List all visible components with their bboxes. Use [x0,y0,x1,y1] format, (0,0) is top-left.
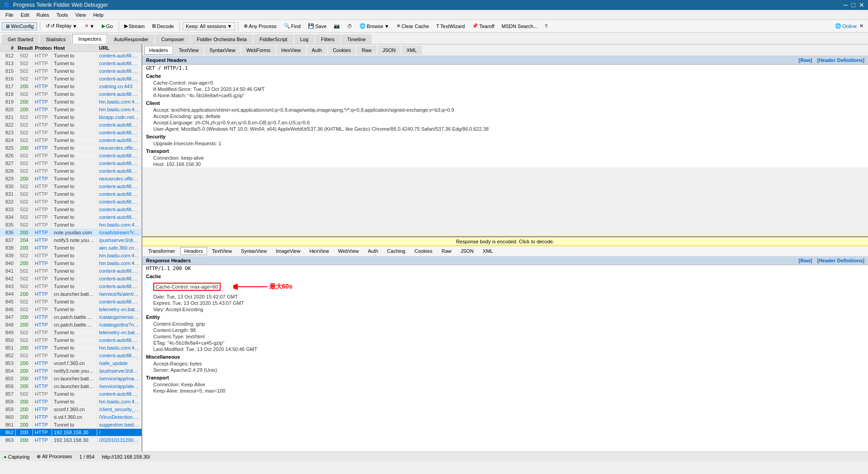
table-row[interactable]: 816 502 HTTP Tunnel to content-autofill.… [0,75,142,83]
table-row[interactable]: 849 502 HTTP Tunnel to telemetry-vn.batt… [0,329,142,337]
tab-fiddlerscript[interactable]: FiddlerScript [254,34,293,44]
menu-file[interactable]: File [2,11,17,19]
request-headerdefs-link[interactable]: [Header Definitions] [817,57,864,63]
table-row[interactable]: 840 200 HTTP Tunnel to hm.baidu.com:443 [0,260,142,267]
session-list[interactable]: 812 502 HTTP Tunnel to content-autofill.… [0,52,142,451]
table-row[interactable]: 831 502 HTTP Tunnel to content-autofill.… [0,190,142,198]
response-raw-link[interactable]: [Raw] [798,258,812,263]
tab-timeline[interactable]: Timeline [341,34,372,44]
tab-json[interactable]: JSON [377,46,401,55]
table-row[interactable]: 852 502 HTTP Tunnel to content-autofill.… [0,352,142,360]
tab-composer[interactable]: Composer [155,34,190,44]
table-row[interactable]: 827 502 HTTP Tunnel to content-autofill.… [0,160,142,167]
table-row[interactable]: 863 200 HTTP 192.163.158.30 /20201013120… [0,436,142,444]
table-row[interactable]: 836 200 HTTP note.youdao.com /crash/stre… [0,229,142,237]
response-headerdefs-link[interactable]: [Header Definitions] [817,258,864,263]
online-button[interactable]: 🌐 Online ✕ [832,22,866,30]
table-row[interactable]: 839 502 HTTP Tunnel to hm.baidu.com:443 [0,252,142,260]
resp-tab-textview[interactable]: TextView [208,247,236,255]
table-row[interactable]: 855 200 HTTP cn.launcher.battlen... /ser… [0,375,142,383]
table-row[interactable]: 812 502 HTTP Tunnel to content-autofill.… [0,52,142,60]
tab-get-started[interactable]: Get Started [2,34,39,44]
table-row[interactable]: 851 200 HTTP Tunnel to hm.baidu.com:443 [0,344,142,352]
resp-tab-json[interactable]: JSON [456,247,477,255]
tab-headers[interactable]: Headers [144,46,173,55]
tab-filters[interactable]: Filters [315,34,340,44]
tab-xml[interactable]: XML [401,46,422,55]
table-row[interactable]: 842 502 HTTP Tunnel to content-autofill.… [0,275,142,283]
text-wizard-button[interactable]: T TextWizard [434,23,467,30]
table-row[interactable]: 859 200 HTTP sconf.f.360.cn /client_secu… [0,406,142,413]
table-row[interactable]: 821 502 HTTP Tunnel to bizapp.csdn.net:4… [0,114,142,121]
request-raw-link[interactable]: [Raw] [798,57,812,63]
restore-button[interactable]: □ [852,1,855,9]
tearoff-button[interactable]: 📌 Tearoff [469,22,497,30]
remove-dropdown-icon[interactable]: ▼ [90,24,94,29]
table-row[interactable]: 858 200 HTTP Tunnel to hm.baidu.com:443 [0,398,142,406]
replay-dropdown-icon[interactable]: ▼ [72,24,77,29]
go-button[interactable]: ▶ Go [99,22,116,30]
timer-button[interactable]: ⏱ [344,23,355,30]
resp-tab-xml[interactable]: XML [479,247,497,255]
table-row[interactable]: 862 200 HTTP 192.168.158.30 / [0,429,142,436]
table-row[interactable]: 822 502 HTTP Tunnel to content-autofill.… [0,121,142,129]
table-row[interactable]: 826 502 HTTP Tunnel to content-autofill.… [0,152,142,160]
table-row[interactable]: 835 502 HTTP Tunnel to hm.baidu.com:443 [0,221,142,229]
resp-tab-auth[interactable]: Auth [364,247,382,255]
table-row[interactable]: 861 200 HTTP Tunnel to suggestion.baidu.… [0,421,142,429]
table-row[interactable]: 834 502 HTTP Tunnel to content-autofill.… [0,213,142,221]
table-row[interactable]: 817 200 HTTP Tunnel to csdning.cn:443 [0,83,142,90]
table-row[interactable]: 843 502 HTTP Tunnel to content-autofill.… [0,283,142,290]
table-row[interactable]: 841 502 HTTP Tunnel to content-autofill.… [0,267,142,275]
any-process-button[interactable]: ⊕ Any Process [241,22,279,30]
keep-dropdown[interactable]: ▼ [227,24,232,29]
resp-tab-headers[interactable]: Headers [180,247,208,255]
tab-raw[interactable]: Raw [357,46,377,55]
table-row[interactable]: 825 200 HTTP Tunnel to nexusrules.office… [0,144,142,152]
resp-tab-raw[interactable]: Raw [437,247,455,255]
table-row[interactable]: 819 200 HTTP Tunnel to hm.baidu.com:443 [0,98,142,106]
table-row[interactable]: 838 200 HTTP Tunnel to akn.safe.360.cn:4… [0,244,142,252]
tab-log[interactable]: Log [294,34,314,44]
remove-button[interactable]: ✕ ▼ [82,22,97,30]
table-row[interactable]: 837 204 HTTP notify3.note.youda... /push… [0,237,142,244]
decode-button[interactable]: ⊞ Decode [149,22,177,30]
table-row[interactable]: 846 502 HTTP Tunnel to telemetry-vn.batt… [0,306,142,313]
menu-help[interactable]: Help [90,11,107,19]
table-row[interactable]: 844 200 HTTP cn.launcher.battlen... /ser… [0,290,142,298]
table-row[interactable]: 845 502 HTTP Tunnel to content-autofill.… [0,298,142,306]
table-row[interactable]: 850 502 HTTP Tunnel to content-autofill.… [0,337,142,344]
tab-orchestra-beta[interactable]: Fiddler Orchestra Beta [191,34,253,44]
tab-cookies[interactable]: Cookies [328,46,356,55]
replay-button[interactable]: ↺ ↺ Replay ▼ [43,22,80,30]
msdn-search-button[interactable]: MSDN Search... [499,23,540,30]
tab-textview[interactable]: TextView [174,46,204,55]
resp-tab-transformer[interactable]: Transformer [144,247,179,255]
browse-button[interactable]: 🌐 Browse ▼ [357,22,392,30]
table-row[interactable]: 823 502 HTTP Tunnel to content-autofill.… [0,129,142,137]
table-row[interactable]: 824 502 HTTP Tunnel to content-autofill.… [0,137,142,144]
browse-dropdown[interactable]: ▼ [384,24,389,29]
table-row[interactable]: 820 200 HTTP Tunnel to hm.baidu.com:443 [0,106,142,114]
minimize-button[interactable]: ─ [844,1,848,9]
tab-inspectors[interactable]: Inspectors [72,34,107,44]
resp-tab-hexview[interactable]: HexView [305,247,333,255]
table-row[interactable]: 848 200 HTTP cn.patch.battle.net... /cat… [0,321,142,329]
table-row[interactable]: 860 200 HTTP d.vd.f.360.cn /VirusDetecti… [0,413,142,421]
table-row[interactable]: 815 502 HTTP Tunnel to content-autofill.… [0,67,142,75]
tab-syntaxview[interactable]: SyntaxView [204,46,240,55]
stream-button[interactable]: ▶ Stream [122,22,147,30]
table-row[interactable]: 829 200 HTTP Tunnel to nexusrules.office… [0,175,142,183]
menu-tools[interactable]: Tools [53,11,72,19]
menu-edit[interactable]: Edit [17,11,33,19]
table-row[interactable]: 828 502 HTTP Tunnel to content-autofill.… [0,167,142,175]
tab-auth[interactable]: Auth [307,46,327,55]
table-row[interactable]: 818 502 HTTP Tunnel to content-autofill.… [0,90,142,98]
resp-tab-imageview[interactable]: ImageView [272,247,304,255]
keep-sessions-button[interactable]: Keep: All sessions ▼ [183,22,235,30]
close-button[interactable]: ✕ [859,1,864,9]
table-row[interactable]: 832 502 HTTP Tunnel to content-autofill.… [0,198,142,206]
menu-rules[interactable]: Rules [33,11,53,19]
resp-tab-webview[interactable]: WebView [334,247,363,255]
table-row[interactable]: 853 200 HTTP vconf.f.360.cn /safe_update [0,360,142,367]
